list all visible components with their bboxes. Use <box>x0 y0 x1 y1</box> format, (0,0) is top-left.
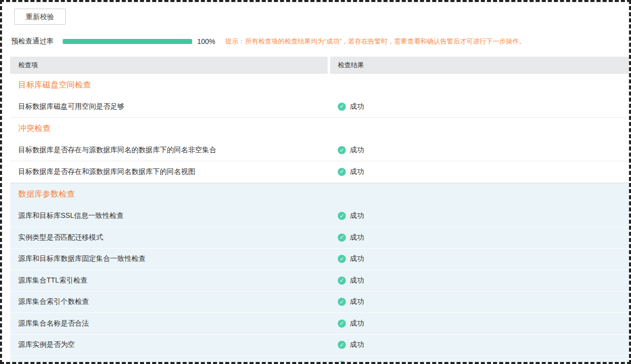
check-result: ✓ 成功 <box>330 211 629 220</box>
success-check-icon: ✓ <box>338 146 346 154</box>
check-result: ✓ <box>330 356 629 364</box>
check-result: ✓ 成功 <box>330 167 629 176</box>
check-result: ✓ 成功 <box>330 254 629 263</box>
table-row: 源库集合索引个数检查 ✓ 成功 <box>10 292 629 313</box>
precheck-progress-row: 预检查通过率 100% 提示：所有检查项的检查结果均为“成功”，若存在告警时，需… <box>11 37 629 46</box>
success-check-icon: ✓ <box>338 234 346 242</box>
check-table: 检查项 检查结果 目标库磁盘空间检查 目标数据库磁盘可用空间是否足够 ✓ 成功 … <box>10 57 629 364</box>
check-item-label: 源库和目标库SSL信息一致性检查 <box>10 211 330 220</box>
check-result: ✓ 成功 <box>330 319 629 328</box>
table-row: 源库集合名称是否合法 ✓ 成功 <box>10 313 629 335</box>
table-row: 实例类型是否匹配迁移模式 ✓ 成功 <box>10 227 629 249</box>
section-title: 目标库磁盘空间检查 <box>10 74 629 96</box>
section-title: 数据库参数检查 <box>10 184 629 206</box>
progress-label: 预检查通过率 <box>11 37 54 46</box>
check-result: ✓ 成功 <box>330 146 629 155</box>
check-result-label: 成功 <box>350 319 364 328</box>
progress-bar <box>63 39 192 44</box>
table-row: 目标数据库磁盘可用空间是否足够 ✓ 成功 <box>10 96 629 118</box>
check-result-label: 成功 <box>350 297 364 306</box>
progress-hint: 提示：所有检查项的检查结果均为“成功”，若存在告警时，需要查看和确认告警后才可进… <box>226 37 526 46</box>
precheck-page: { "toolbar": { "recheck_button": "重新校验" … <box>0 0 631 364</box>
table-header: 检查项 检查结果 <box>10 57 629 74</box>
check-item-label: 源库实例是否为空 <box>10 340 330 349</box>
success-check-icon: ✓ <box>338 103 346 111</box>
check-result: ✓ 成功 <box>330 102 629 111</box>
check-result: ✓ 成功 <box>330 340 629 349</box>
table-row: 目标数据库是否存在和源数据库同名数据库下的同名视图 ✓ 成功 <box>10 161 629 183</box>
check-result: ✓ 成功 <box>330 297 629 306</box>
recheck-button[interactable]: 重新校验 <box>14 9 66 25</box>
success-check-icon: ✓ <box>338 212 346 220</box>
check-item-label: 实例类型是否匹配迁移模式 <box>10 233 330 242</box>
check-result-label: 成功 <box>350 167 364 176</box>
check-result-label: 成功 <box>350 340 364 349</box>
section-conflict-check: 冲突检查 目标数据库是否存在与源数据库同名的数据库下的同名非空集合 ✓ 成功 目… <box>10 118 629 184</box>
success-check-icon: ✓ <box>338 341 346 349</box>
check-result-label: 成功 <box>350 254 364 263</box>
table-row: 源库和目标库数据库固定集合一致性检查 ✓ 成功 <box>10 249 629 270</box>
success-check-icon: ✓ <box>338 255 346 263</box>
section-disk-space-check: 目标库磁盘空间检查 目标数据库磁盘可用空间是否足够 ✓ 成功 <box>10 74 629 118</box>
check-item-label: 目标数据库磁盘可用空间是否足够 <box>10 102 330 111</box>
progress-percent: 100% <box>197 37 215 46</box>
table-row: 目标数据库是否存在与源数据库同名的数据库下的同名非空集合 ✓ 成功 <box>10 140 629 162</box>
progress-fill <box>63 39 192 44</box>
table-row: 源库实例是否为空 ✓ 成功 <box>10 335 629 356</box>
success-check-icon: ✓ <box>338 277 346 285</box>
check-item-label: 源库集合索引个数检查 <box>10 297 330 306</box>
check-item-label: 目标数据库是否存在与源数据库同名的数据库下的同名非空集合 <box>10 146 330 155</box>
check-item-label: 源库集合名称是否合法 <box>10 319 330 328</box>
column-header-check-result: 检查结果 <box>330 57 629 74</box>
check-result-label: 成功 <box>350 233 364 242</box>
table-row: 源库集合TTL索引检查 ✓ 成功 <box>10 270 629 292</box>
check-item-label: 目标数据库是否存在和源数据库同名数据库下的同名视图 <box>10 167 330 176</box>
section-title: 冲突检查 <box>10 118 629 140</box>
success-check-icon: ✓ <box>338 298 346 306</box>
success-check-icon: ✓ <box>338 361 346 364</box>
check-result-label: 成功 <box>350 211 364 220</box>
section-db-parameter-check: 数据库参数检查 源库和目标库SSL信息一致性检查 ✓ 成功 实例类型是否匹配迁移… <box>10 184 629 364</box>
check-result-label: 成功 <box>350 146 364 155</box>
partial-next-row: ✓ <box>10 356 629 364</box>
success-check-icon: ✓ <box>338 320 346 328</box>
check-result: ✓ 成功 <box>330 276 629 285</box>
check-result: ✓ 成功 <box>330 233 629 242</box>
check-item-label: 源库和目标库数据库固定集合一致性检查 <box>10 254 330 263</box>
check-item-label: 源库集合TTL索引检查 <box>10 276 330 285</box>
toolbar: 重新校验 <box>14 9 629 25</box>
column-header-check-item: 检查项 <box>10 57 328 74</box>
table-row: 源库和目标库SSL信息一致性检查 ✓ 成功 <box>10 206 629 228</box>
check-result-label: 成功 <box>350 276 364 285</box>
success-check-icon: ✓ <box>338 168 346 176</box>
check-result-label: 成功 <box>350 102 364 111</box>
